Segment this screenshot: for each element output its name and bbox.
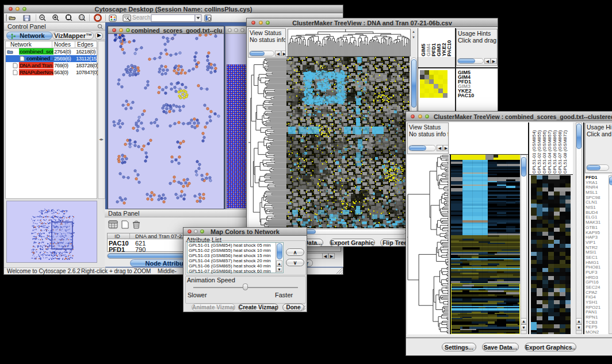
- svg-text:Search:: Search:: [132, 14, 152, 21]
- svg-text:1:1: 1:1: [80, 16, 84, 19]
